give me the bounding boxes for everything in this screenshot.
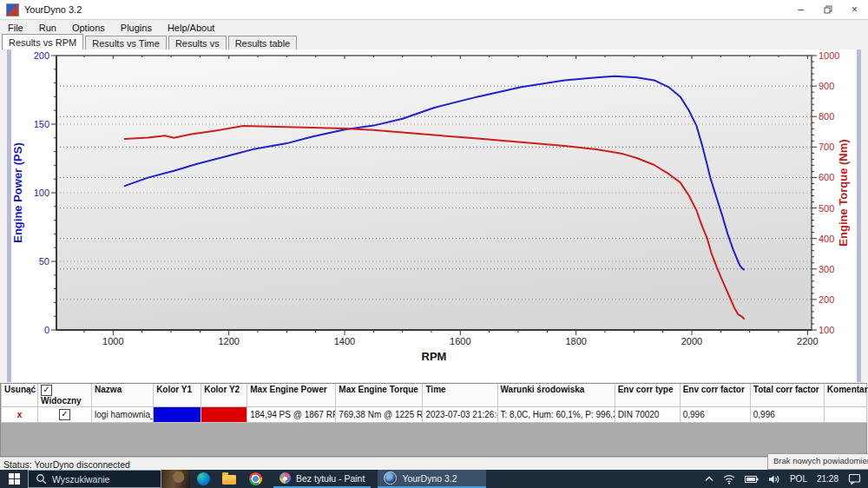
col-env-corr-type: Env corr type [615,384,680,407]
env-conditions-cell: T: 8,0C, Hum: 60,1%, P: 996,3mBar [497,407,615,423]
env-corr-factor-cell: 0,996 [680,407,750,423]
folder-icon [222,475,236,485]
svg-text:1000: 1000 [819,50,839,61]
svg-text:200: 200 [34,50,49,61]
yourdyno-icon [384,472,397,485]
svg-text:150: 150 [34,119,49,129]
svg-text:100: 100 [34,188,49,198]
dyno-chart-panel: 1000120014001600180020002200050100150200… [7,49,861,382]
edge-icon [197,472,210,485]
svg-text:300: 300 [819,264,834,274]
svg-text:700: 700 [819,142,834,152]
close-button[interactable]: × [841,0,868,19]
svg-text:600: 600 [819,172,834,182]
notification-center-icon[interactable] [848,473,861,485]
system-tray: POL 21:28 [705,470,868,488]
taskbar-chrome-button[interactable] [242,470,268,488]
window-title: YourDyno 3.2 [24,4,82,15]
svg-text:2200: 2200 [797,336,818,346]
svg-text:Engine Torque (Nm): Engine Torque (Nm) [837,139,850,246]
svg-text:500: 500 [819,203,834,214]
max-torque-cell: 769,38 Nm @ 1225 RPM [336,407,423,423]
minimize-button[interactable]: – [787,0,814,19]
tray-language[interactable]: POL [790,474,807,484]
restore-button[interactable] [814,0,841,19]
status-bar: Status: YourDyno disconnected [0,457,868,471]
col-env-corr-factor: Env corr factor [680,384,750,407]
col-env: Warunki środowiska [497,384,615,407]
run-name-cell[interactable]: logi hamownia_1 [92,407,154,423]
tray-clock[interactable]: 21:28 [817,474,838,484]
status-text: Status: YourDyno disconnected [3,459,130,470]
svg-text:1200: 1200 [218,336,239,346]
search-placeholder: Wyszukiwanie [52,474,109,485]
menu-bar: File Run Options Plugins Help/About [0,20,868,35]
header-checkbox[interactable]: ✓ [41,385,52,396]
time-cell: 2023-07-03 21:26:48 [423,407,497,423]
col-time: Time [423,384,497,407]
svg-text:400: 400 [819,234,834,244]
wifi-icon[interactable] [723,474,735,485]
svg-text:1000: 1000 [102,336,123,346]
menu-plugins[interactable]: Plugins [113,23,160,33]
col-nazwa: Nazwa [92,384,154,407]
col-usunac: Usunąć [2,384,38,407]
visible-cell: ✓ [38,407,92,423]
news-widget-image[interactable] [161,470,190,488]
color-y2-cell[interactable] [201,407,247,423]
col-komentarze: Komentarze [824,384,866,407]
visible-checkbox[interactable]: ✓ [59,409,70,420]
tab-results-table[interactable]: Results table [228,36,298,49]
svg-text:0: 0 [44,325,49,335]
col-kolor-y2: Kolor Y2 [201,384,247,407]
svg-text:RPM: RPM [422,350,447,363]
svg-text:50: 50 [39,256,49,267]
dyno-chart: 1000120014001600180020002200050100150200… [11,49,857,382]
svg-text:100: 100 [819,325,834,335]
start-button[interactable] [0,470,28,488]
env-corr-type-cell: DIN 70020 [615,407,680,423]
col-kolor-y1: Kolor Y1 [154,384,201,407]
col-max-power: Max Engine Power [247,384,336,407]
windows-logo-icon [9,473,20,485]
svg-text:200: 200 [819,294,834,305]
taskbar-search[interactable]: Wyszukiwanie [28,470,161,488]
taskbar-explorer-button[interactable] [216,470,242,488]
tray-chevron-up-icon[interactable] [705,476,713,482]
task-paint[interactable]: Bez tytułu - Paint [273,470,371,488]
restore-icon [824,5,832,14]
svg-text:1400: 1400 [334,336,355,346]
max-power-cell: 184,94 PS @ 1867 RPM [247,407,336,423]
col-max-torque: Max Engine Torque [336,384,423,407]
taskbar-edge-button[interactable] [190,470,216,488]
svg-text:1600: 1600 [450,336,470,346]
tab-results-vs-rpm[interactable]: Results vs RPM [2,34,83,49]
title-bar: YourDyno 3.2 – × [0,0,868,20]
color-y1-cell[interactable] [154,407,201,423]
app-icon [6,3,19,16]
tab-results-vs[interactable]: Results vs [168,36,227,49]
menu-run[interactable]: Run [31,23,64,33]
search-icon [36,473,47,485]
notification-tooltip: Brak nowych powiadomień [767,453,868,470]
battery-icon[interactable] [745,475,759,484]
table-row: x ✓ logi hamownia_1 184,94 PS @ 1867 RPM… [2,407,867,423]
total-corr-factor-cell: 0,996 [750,407,824,423]
table-header-row: Usunąć ✓ Widoczny Nazwa Kolor Y1 Kolor Y… [2,384,867,407]
screen: YourDyno 3.2 – × File Run Options Plugin… [0,0,868,488]
svg-text:800: 800 [819,111,834,122]
task-yourdyno[interactable]: YourDyno 3.2 [378,470,486,488]
menu-options[interactable]: Options [64,23,113,33]
volume-icon[interactable] [768,474,780,485]
delete-run-button[interactable]: x [2,407,38,423]
paint-icon [279,472,291,484]
svg-text:2000: 2000 [681,336,702,346]
task-yourdyno-label: YourDyno 3.2 [402,473,457,484]
comments-cell[interactable] [824,407,866,423]
menu-help-about[interactable]: Help/About [160,23,222,33]
svg-text:900: 900 [819,81,834,91]
menu-file[interactable]: File [0,23,31,33]
chrome-icon [249,472,262,485]
tab-results-vs-time[interactable]: Results vs Time [85,36,167,49]
runs-table: Usunąć ✓ Widoczny Nazwa Kolor Y1 Kolor Y… [0,383,867,457]
